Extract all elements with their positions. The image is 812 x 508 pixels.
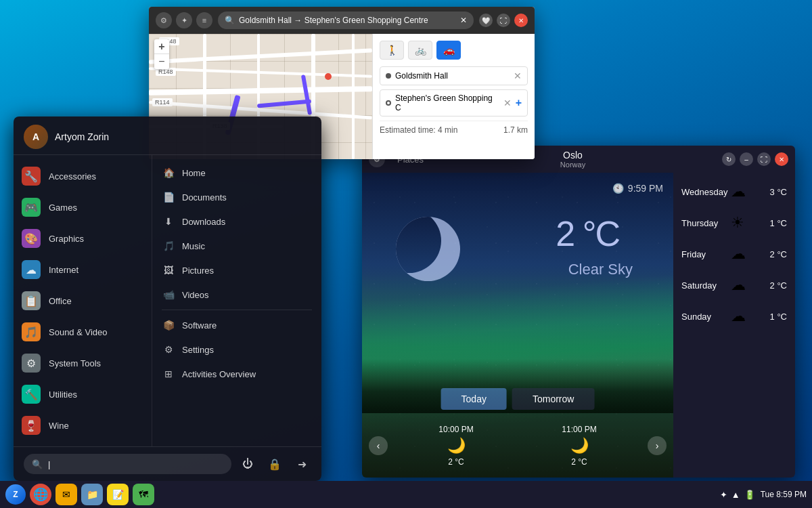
category-games[interactable]: 🎮 Games (14, 192, 152, 223)
forecast-temp-4: 1 °C (770, 312, 787, 322)
place-documents[interactable]: 📄 Documents (152, 185, 321, 209)
forecast-day-name-2: Friday (681, 249, 725, 259)
category-sound-video[interactable]: 🎵 Sound & Video (14, 316, 152, 347)
zorin-menu-button[interactable]: Z (5, 484, 26, 505)
estimated-time: Estimated time: 4 min (380, 125, 457, 135)
map-menu-icon[interactable]: ≡ (196, 12, 212, 28)
moon-shadow (396, 217, 441, 273)
origin-clear-button[interactable]: ✕ (514, 70, 522, 81)
weather-minimize-button[interactable]: – (740, 152, 753, 166)
category-office[interactable]: 📋 Office (14, 285, 152, 316)
place-home[interactable]: 🏠 Home (152, 161, 321, 185)
action-software[interactable]: 📦 Software (152, 313, 321, 337)
weather-maximize-button[interactable]: ⛶ (757, 152, 771, 166)
weather-main: 🕙 9:59 PM 2 °C Clear Sky Today Tomorrow … (362, 173, 673, 478)
distance: 1.7 km (503, 125, 528, 135)
map-window-controls: 🤍 ⛶ ✕ (479, 14, 528, 27)
today-tab[interactable]: Today (441, 388, 507, 410)
hour-icon-0: 🌙 (447, 437, 466, 454)
taskbar-right: ✦ ▲ 🔋 Tue 8:59 PM (720, 490, 807, 500)
place-label-home: Home (182, 168, 206, 178)
files-taskbar-icon[interactable]: 📁 (81, 484, 103, 505)
notes-taskbar-icon[interactable]: 📝 (107, 484, 129, 505)
action-settings[interactable]: ⚙ Settings (152, 337, 321, 362)
weather-refresh-button[interactable]: ↻ (722, 152, 736, 166)
power-button[interactable]: ⏻ (238, 454, 257, 473)
forecast-day-2: Friday ☁ 2 °C (681, 245, 787, 263)
hourly-prev-button[interactable]: ‹ (369, 436, 388, 455)
music-place-icon: 🎵 (162, 239, 175, 253)
category-label-sound-video: Sound & Video (49, 327, 108, 337)
app-menu-header: A Artyom Zorin (14, 117, 321, 155)
category-label-graphics: Graphics (49, 234, 84, 244)
destination-field[interactable]: Stephen's Green Shopping C ✕ + (380, 89, 528, 117)
action-activities[interactable]: ⊞ Activities Overview (152, 362, 321, 386)
weather-body: 🕙 9:59 PM 2 °C Clear Sky Today Tomorrow … (362, 173, 795, 478)
app-search-box[interactable]: 🔍 | (24, 454, 231, 474)
category-label-internet: Internet (49, 265, 78, 275)
weather-window: ⚙ Places Oslo Norway ↻ – ⛶ ✕ 🕙 9:59 PM (362, 146, 795, 478)
category-label-utilities: Utilities (49, 389, 77, 400)
forecast-icon-0: ☁ (731, 183, 746, 200)
origin-field[interactable]: Goldsmith Hall ✕ (380, 66, 528, 85)
category-system-tools[interactable]: ⚙ System Tools (14, 347, 152, 379)
tomorrow-tab[interactable]: Tomorrow (512, 388, 594, 410)
map-maximize-button[interactable]: ⛶ (497, 14, 510, 27)
place-pictures[interactable]: 🖼 Pictures (152, 258, 321, 282)
wine-icon: 🍷 (22, 416, 41, 435)
category-utilities[interactable]: 🔨 Utilities (14, 379, 152, 410)
hour-time-0: 10:00 PM (438, 425, 473, 434)
activities-icon: ✦ (720, 490, 727, 500)
forecast-day-3: Saturday ☁ 2 °C (681, 276, 787, 294)
category-label-office: Office (49, 296, 72, 306)
clock-icon: 🕙 (612, 183, 624, 194)
map-minimize-button[interactable]: 🤍 (479, 14, 493, 27)
lock-button[interactable]: 🔒 (265, 454, 284, 473)
category-accessories[interactable]: 🔧 Accessories (14, 161, 152, 192)
bike-mode-button[interactable]: 🚲 (408, 41, 432, 60)
map-layers-icon[interactable]: ✦ (176, 12, 192, 28)
car-mode-button[interactable]: 🚗 (436, 41, 461, 60)
software-action-icon: 📦 (162, 318, 175, 332)
map-directions-sidebar: 🚶 🚲 🚗 Goldsmith Hall ✕ Stephen's Green S… (372, 34, 535, 159)
logout-button[interactable]: ➜ (292, 454, 311, 473)
taskbar: Z 🌐 ✉ 📁 📝 🗺 ✦ ▲ 🔋 Tue 8:59 PM (0, 481, 812, 508)
place-label-pictures: Pictures (182, 266, 214, 276)
add-stop-button[interactable]: + (516, 97, 522, 109)
destination-clear-button[interactable]: ✕ (503, 98, 512, 108)
videos-place-icon: 📹 (162, 288, 175, 301)
utilities-icon: 🔨 (22, 385, 41, 404)
email-taskbar-icon[interactable]: ✉ (55, 484, 77, 505)
activities-action-icon: ⊞ (162, 367, 175, 381)
weather-hourly: ‹ 10:00 PM 🌙 2 °C 11:00 PM 🌙 2 °C › (362, 413, 673, 478)
hourly-next-button[interactable]: › (648, 436, 667, 455)
maps-taskbar-icon[interactable]: 🗺 (133, 484, 154, 505)
origin-text: Goldsmith Hall (395, 71, 510, 81)
browser-taskbar-icon[interactable]: 🌐 (30, 484, 51, 505)
search-cursor: | (48, 459, 50, 469)
battery-icon: 🔋 (744, 490, 755, 500)
action-label-settings: Settings (182, 345, 214, 355)
category-internet[interactable]: ☁ Internet (14, 254, 152, 285)
place-videos[interactable]: 📹 Videos (152, 282, 321, 307)
place-music[interactable]: 🎵 Music (152, 234, 321, 258)
category-graphics[interactable]: 🎨 Graphics (14, 223, 152, 254)
search-icon: 🔍 (225, 16, 235, 25)
weather-country: Norway (429, 161, 717, 169)
hour-icon-1: 🌙 (570, 437, 589, 454)
hour-time-1: 11:00 PM (562, 425, 596, 434)
category-wine[interactable]: 🍷 Wine (14, 410, 152, 441)
moon-container (396, 217, 460, 281)
place-downloads[interactable]: ⬇ Downloads (152, 209, 321, 234)
map-search-bar[interactable]: 🔍 Goldsmith Hall → Stephen's Green Shopp… (218, 12, 474, 29)
map-close-button[interactable]: ✕ (514, 14, 528, 27)
app-places: 🏠 Home 📄 Documents ⬇ Downloads 🎵 Music 🖼… (152, 155, 321, 446)
places-separator (162, 310, 312, 310)
weather-close-button[interactable]: ✕ (775, 152, 788, 166)
clear-search-icon[interactable]: ✕ (460, 16, 467, 25)
category-label-system-tools: System Tools (49, 358, 101, 368)
map-settings-icon[interactable]: ⚙ (156, 12, 172, 28)
forecast-icon-4: ☁ (731, 308, 746, 325)
walk-mode-button[interactable]: 🚶 (380, 41, 404, 60)
weather-window-controls: ↻ – ⛶ ✕ (722, 152, 788, 166)
